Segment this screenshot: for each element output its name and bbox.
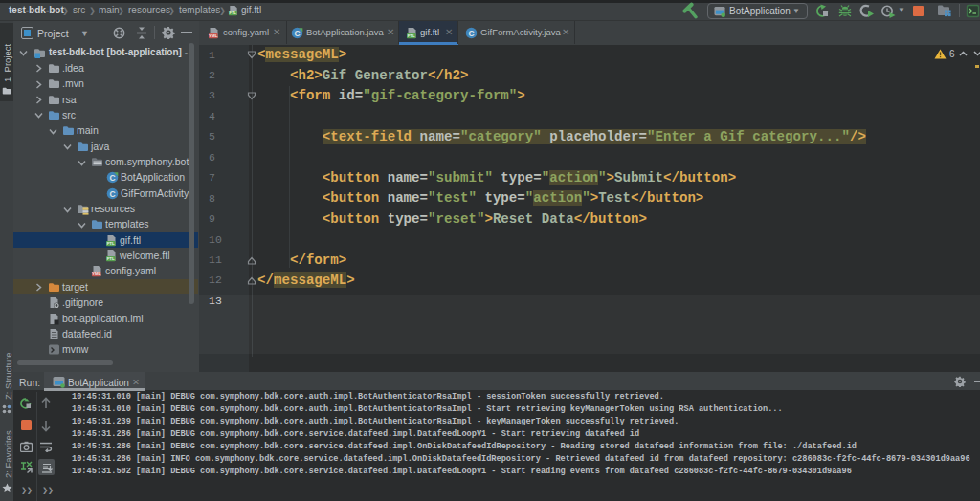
- svg-text:FTL: FTL: [408, 33, 415, 38]
- svg-text:YML: YML: [209, 33, 218, 38]
- svg-text:C: C: [109, 188, 115, 198]
- svg-text:C: C: [468, 29, 474, 38]
- svg-text:C: C: [294, 29, 300, 38]
- svg-text:C: C: [109, 173, 115, 183]
- svg-text:FTL: FTL: [107, 241, 115, 246]
- svg-text:YML: YML: [92, 272, 101, 277]
- svg-text:FTL: FTL: [230, 11, 237, 15]
- svg-text:FTL: FTL: [107, 256, 115, 261]
